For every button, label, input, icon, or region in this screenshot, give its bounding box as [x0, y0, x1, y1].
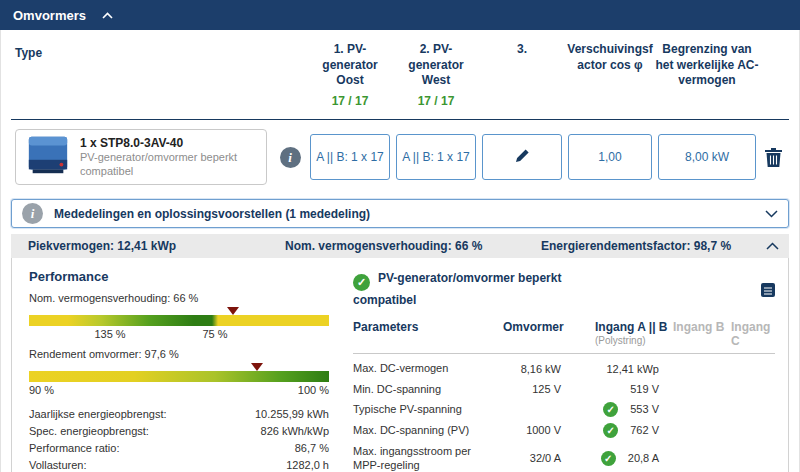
expand-messages-icon[interactable] [765, 210, 778, 218]
gen1-string-count: 17 / 17 [307, 94, 393, 110]
collapse-section-icon[interactable] [102, 12, 113, 19]
summary-bar: Piekvermogen: 12,41 kWp Nom. vermogensve… [11, 234, 789, 258]
messages-label: Mededelingen en oplossingsvoorstellen (1… [54, 207, 370, 221]
table-header-row: Type 1. PV-generator Oost 17 / 17 2. PV-… [1, 30, 799, 109]
gauge-tick-label: 100 % [298, 384, 329, 396]
column-cosphi: Verschuivingsfactor cos φ [565, 42, 655, 73]
inverter-status-text: PV-generator/omvormer beperkt compatibel [80, 151, 257, 179]
table-icon[interactable] [761, 283, 775, 297]
compat-status-text: PV-generator/omvormer beperkt compatibel [353, 271, 561, 307]
performance-stats: Jaarlijkse energieopbrengst:10.255,99 kW… [29, 405, 329, 472]
power-ratio-bar [29, 315, 329, 326]
gauge-tick-label: 135 % [94, 328, 125, 340]
gauge-tick-label: 75 % [202, 328, 227, 340]
performance-title: Performance [29, 269, 329, 284]
energy-efficiency-factor-value: Energierendementsfactor: 98,7 % [541, 239, 731, 253]
column-type: Type [15, 42, 273, 60]
inverter-card[interactable]: 1 x STP8.0-3AV-40 PV-generator/omvormer … [15, 129, 267, 185]
inverters-section: Omvormers Type 1. PV-generator Oost 17 /… [0, 0, 800, 472]
check-icon [353, 274, 370, 291]
performance-panel: Performance Nom. vermogensverhouding: 66… [29, 269, 329, 472]
power-ratio-label: Nom. vermogensverhouding: 66 % [29, 292, 329, 304]
column-gen2-west: 2. PV-generator West 17 / 17 [393, 42, 479, 109]
banner-info-icon [22, 203, 43, 224]
table-row: Max. DC-vermogen 8,16 kW 12,41 kWp [353, 358, 775, 378]
gauge-marker [227, 307, 239, 315]
column-gen1-oost: 1. PV-generator Oost 17 / 17 [307, 42, 393, 109]
nominal-power-ratio-value: Nom. vermogensverhouding: 66 % [285, 239, 541, 253]
check-icon [603, 402, 618, 417]
collapse-details-icon[interactable] [766, 242, 779, 250]
inverter-image [25, 134, 71, 180]
table-row: Max. DC-spanning (PV) 1000 V 762 V [353, 420, 775, 441]
details-panel: Performance Nom. vermogensverhouding: 66… [11, 258, 789, 472]
column-ac-limit: Begrenzing van het werkelijke AC-vermoge… [655, 42, 759, 89]
check-icon [603, 423, 618, 438]
pencil-icon [515, 148, 530, 166]
peak-power-value: Piekvermogen: 12,41 kWp [28, 239, 285, 253]
compatibility-panel: PV-generator/omvormer beperkt compatibel… [353, 269, 775, 472]
cosphi-field[interactable]: 1,00 [568, 134, 652, 180]
inverter-name: 1 x STP8.0-3AV-40 [80, 136, 257, 150]
edit-button[interactable] [482, 134, 562, 180]
stat-row: Performance ratio:86,7 % [29, 439, 329, 456]
gen2-string-count: 17 / 17 [393, 94, 479, 110]
efficiency-label: Rendement omvormer: 97,6 % [29, 348, 329, 360]
check-icon [601, 451, 616, 466]
efficiency-bar [29, 371, 329, 382]
stat-row: Vollasturen:1282,0 h [29, 456, 329, 472]
ac-limit-field[interactable]: 8,00 kW [658, 134, 756, 180]
table-row: Min. DC-spanning 125 V 519 V [353, 379, 775, 399]
delete-inverter-button[interactable] [765, 148, 782, 167]
stat-row: Jaarlijkse energieopbrengst:10.255,99 kW… [29, 405, 329, 422]
gauge-marker [251, 363, 263, 371]
column-gen3: 3. [479, 42, 565, 58]
inverter-info-icon[interactable] [280, 147, 301, 168]
gauge-tick-label: 90 % [29, 384, 54, 396]
section-header[interactable]: Omvormers [0, 0, 800, 30]
table-row: Max. ingangsstroom per MPP-regeling 32/0… [353, 441, 775, 472]
efficiency-gauge [29, 362, 329, 382]
compat-table-header: Parameters Omvormer Ingang A || B (Polys… [353, 317, 775, 354]
power-ratio-gauge [29, 306, 329, 326]
messages-banner[interactable]: Mededelingen en oplossingsvoorstellen (1… [11, 199, 789, 228]
stat-row: Spec. energieopbrengst:826 kWh/kWp [29, 422, 329, 439]
compat-status: PV-generator/omvormer beperkt compatibel [353, 269, 603, 309]
gen1-config-button[interactable]: A || B: 1 x 17 [310, 134, 390, 180]
section-title: Omvormers [13, 8, 86, 23]
table-row: Typische PV-spanning 553 V [353, 399, 775, 420]
gen2-config-button[interactable]: A || B: 1 x 17 [396, 134, 476, 180]
section-body: Type 1. PV-generator Oost 17 / 17 2. PV-… [0, 30, 800, 472]
inverter-row: 1 x STP8.0-3AV-40 PV-generator/omvormer … [1, 120, 799, 194]
